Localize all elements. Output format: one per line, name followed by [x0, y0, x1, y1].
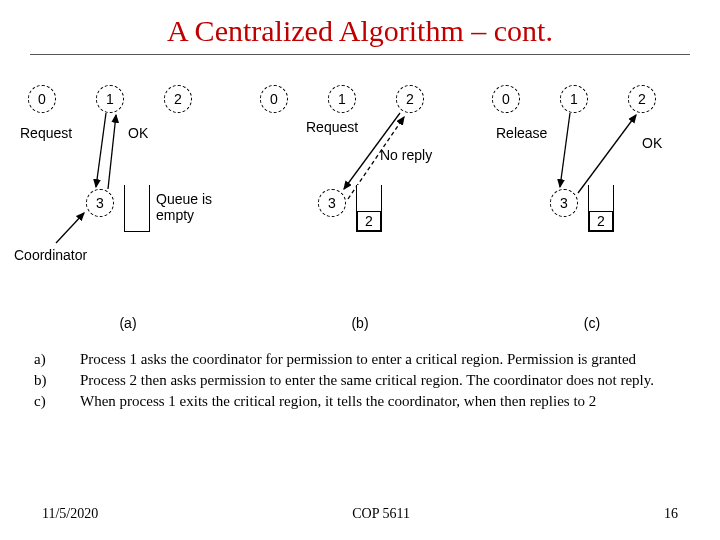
- description-c-key: c): [34, 393, 80, 410]
- label-a-coordinator: Coordinator: [14, 247, 87, 263]
- footer-course: COP 5611: [352, 506, 410, 522]
- label-a-ok: OK: [128, 125, 148, 141]
- node-a-0: 0: [28, 85, 56, 113]
- panel-a: 0 1 2 3 Request OK Coordinator Queue is …: [18, 73, 238, 303]
- diagram-row: 0 1 2 3 Request OK Coordinator Queue is …: [0, 73, 720, 303]
- footer-page: 16: [664, 506, 678, 522]
- node-a-2: 2: [164, 85, 192, 113]
- queue-b: 2: [356, 185, 382, 232]
- caption-a: (a): [18, 315, 238, 331]
- description-a-key: a): [34, 351, 80, 368]
- description-a-text: Process 1 asks the coordinator for permi…: [80, 351, 686, 368]
- node-b-3: 3: [318, 189, 346, 217]
- node-c-3: 3: [550, 189, 578, 217]
- node-a-3: 3: [86, 189, 114, 217]
- divider: [30, 54, 690, 55]
- footer: 11/5/2020 COP 5611 16: [0, 506, 720, 522]
- label-a-queue: Queue is empty: [156, 191, 212, 223]
- queue-b-item: 2: [357, 211, 381, 231]
- node-b-2: 2: [396, 85, 424, 113]
- description-b-text: Process 2 then asks permission to enter …: [80, 372, 686, 389]
- caption-c: (c): [482, 315, 702, 331]
- label-b-request: Request: [306, 119, 358, 135]
- queue-a: [124, 185, 150, 232]
- label-c-release: Release: [496, 125, 547, 141]
- node-b-1: 1: [328, 85, 356, 113]
- node-c-1: 1: [560, 85, 588, 113]
- page-title: A Centralized Algorithm – cont.: [0, 0, 720, 54]
- panel-c: 0 1 2 3 Release OK 2: [482, 73, 702, 303]
- svg-line-6: [578, 115, 636, 193]
- queue-c-item: 2: [589, 211, 613, 231]
- svg-line-1: [108, 115, 116, 189]
- node-b-0: 0: [260, 85, 288, 113]
- svg-line-5: [560, 113, 570, 187]
- node-c-2: 2: [628, 85, 656, 113]
- description-c: c) When process 1 exits the critical reg…: [34, 393, 686, 410]
- description-a: a) Process 1 asks the coordinator for pe…: [34, 351, 686, 368]
- queue-c: 2: [588, 185, 614, 232]
- svg-line-0: [96, 113, 106, 187]
- caption-b: (b): [250, 315, 470, 331]
- node-a-1: 1: [96, 85, 124, 113]
- description-b-key: b): [34, 372, 80, 389]
- label-a-request: Request: [20, 125, 72, 141]
- label-b-noreply: No reply: [380, 147, 432, 163]
- description-b: b) Process 2 then asks permission to ent…: [34, 372, 686, 389]
- label-c-ok: OK: [642, 135, 662, 151]
- node-c-0: 0: [492, 85, 520, 113]
- description-list: a) Process 1 asks the coordinator for pe…: [0, 331, 720, 410]
- caption-row: (a) (b) (c): [0, 309, 720, 331]
- description-c-text: When process 1 exits the critical region…: [80, 393, 686, 410]
- footer-date: 11/5/2020: [42, 506, 98, 522]
- svg-line-2: [56, 213, 84, 243]
- panel-b: 0 1 2 3 Request No reply 2: [250, 73, 470, 303]
